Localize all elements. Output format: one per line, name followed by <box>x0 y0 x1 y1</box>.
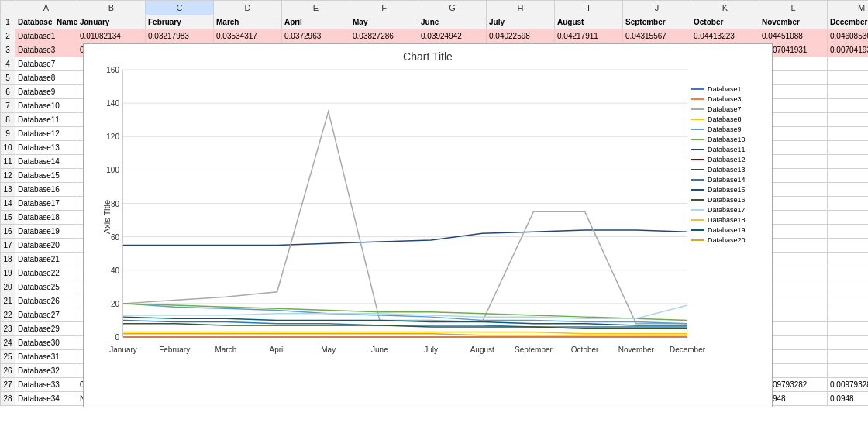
cell-name: Database13 <box>16 141 78 155</box>
row-num: 3 <box>0 43 16 57</box>
cell-h1: July <box>487 15 555 29</box>
svg-text:60: 60 <box>111 233 120 242</box>
svg-text:July: July <box>424 346 438 354</box>
cell-d2: 0.03534317 <box>214 29 282 43</box>
cell-name: Database32 <box>16 364 78 378</box>
chart-container: Chart Title Axis Title 02040608010012014… <box>83 43 773 407</box>
cell-l1: November <box>760 15 828 29</box>
cell-name: Database14 <box>16 155 78 169</box>
chart-plot: 020406080100120140160JanuaryFebruaryMarc… <box>122 70 687 337</box>
legend-item: Database17 <box>691 206 760 214</box>
row-num: 11 <box>0 155 16 169</box>
cell-m2: 0.04608536 <box>828 29 868 43</box>
svg-text:140: 140 <box>106 99 119 108</box>
cell-k2: 0.04413223 <box>691 29 760 43</box>
svg-text:January: January <box>109 346 137 354</box>
cell-name: Database9 <box>16 85 78 99</box>
legend-item: Database16 <box>691 196 760 204</box>
table-row: 2 Database1 0.01082134 0.03217983 0.0353… <box>0 29 868 43</box>
cell-name: Database18 <box>16 211 78 225</box>
legend-line-color <box>691 179 704 181</box>
cell-name: Database19 <box>16 225 78 239</box>
legend-line-color <box>691 88 704 90</box>
cell-name: Database30 <box>16 336 78 350</box>
svg-text:March: March <box>215 346 236 354</box>
legend-line-color <box>691 98 704 100</box>
col-header-j: J <box>623 0 691 15</box>
cell-c1: February <box>146 15 214 29</box>
legend-label: Database8 <box>708 115 742 123</box>
column-headers: A B C D E F G H I J K L M <box>0 0 868 15</box>
legend-label: Database17 <box>708 206 746 214</box>
spreadsheet: A B C D E F G H I J K L M 1 Database_Nam… <box>0 0 868 447</box>
legend-label: Database15 <box>708 186 746 194</box>
legend-line-color <box>691 229 704 231</box>
row-num: 4 <box>0 57 16 71</box>
cell-j1: September <box>623 15 691 29</box>
row-num: 17 <box>0 239 16 253</box>
cell-g1: June <box>418 15 487 29</box>
row-num: 21 <box>0 294 16 308</box>
svg-text:February: February <box>159 346 190 354</box>
series-line <box>123 112 687 324</box>
cell-e1: April <box>282 15 350 29</box>
legend-label: Database13 <box>708 166 746 174</box>
legend-label: Database14 <box>708 176 746 184</box>
row-num: 23 <box>0 322 16 336</box>
legend-item: Database18 <box>691 216 760 224</box>
col-header-f: F <box>350 0 418 15</box>
row-num: 6 <box>0 85 16 99</box>
cell-l2: 0.04451088 <box>760 29 828 43</box>
cell-a1: Database_Name <box>16 15 78 29</box>
svg-text:80: 80 <box>111 200 120 208</box>
legend-item: Database8 <box>691 115 760 123</box>
row-num: 14 <box>0 197 16 211</box>
legend-line-color <box>691 129 704 130</box>
legend-line-color <box>691 159 704 160</box>
svg-text:0: 0 <box>115 333 119 342</box>
cell-e2: 0.0372963 <box>282 29 350 43</box>
svg-text:100: 100 <box>106 166 119 174</box>
legend-label: Database7 <box>708 105 742 113</box>
legend-item: Database19 <box>691 226 760 234</box>
row-num: 5 <box>0 71 16 85</box>
cell-i2: 0.04217911 <box>555 29 623 43</box>
legend-line-color <box>691 209 704 211</box>
series-line <box>123 230 687 245</box>
col-header-a: A <box>16 0 78 15</box>
svg-text:August: August <box>470 346 494 354</box>
row-num: 1 <box>0 15 16 29</box>
cell-m1: December <box>828 15 868 29</box>
cell-c2: 0.03217983 <box>146 29 214 43</box>
cell-b1: January <box>78 15 146 29</box>
row-num: 7 <box>0 99 16 113</box>
cell-name: Database27 <box>16 308 78 322</box>
legend-item: Database20 <box>691 236 760 244</box>
cell-name: Database11 <box>16 113 78 127</box>
cell-i1: August <box>555 15 623 29</box>
legend-label: Database10 <box>708 136 746 143</box>
legend-label: Database12 <box>708 156 746 163</box>
cell-name: Database34 <box>16 392 78 406</box>
legend-label: Database11 <box>708 146 746 153</box>
row-num: 15 <box>0 211 16 225</box>
cell-h2: 0.04022598 <box>487 29 555 43</box>
col-header-i: I <box>555 0 623 15</box>
row-num: 8 <box>0 113 16 127</box>
legend-item: Database3 <box>691 95 760 103</box>
cell-name: Database17 <box>16 197 78 211</box>
cell-a2: Database1 <box>16 29 78 43</box>
cell-name: Database15 <box>16 169 78 183</box>
cell-d1: March <box>214 15 282 29</box>
col-header-e: E <box>282 0 350 15</box>
cell-g2: 0.03924942 <box>418 29 487 43</box>
col-header-h: H <box>487 0 555 15</box>
svg-text:October: October <box>571 346 599 354</box>
row-num: 22 <box>0 308 16 322</box>
legend-item: Database9 <box>691 126 760 133</box>
cell-name: Database21 <box>16 253 78 266</box>
legend-line-color <box>691 189 704 191</box>
legend-label: Database19 <box>708 226 746 234</box>
legend-item: Database14 <box>691 176 760 184</box>
legend-label: Database3 <box>708 95 742 103</box>
